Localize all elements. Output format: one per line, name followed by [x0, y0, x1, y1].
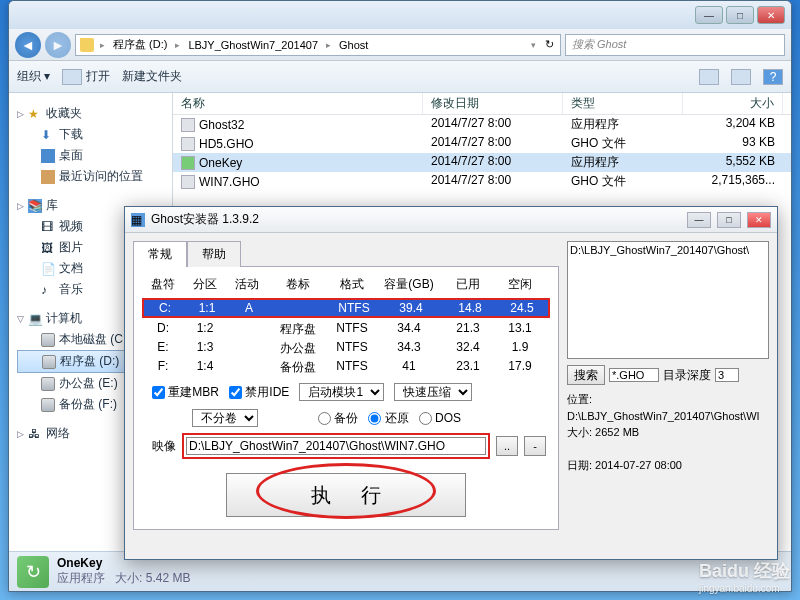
ghost-dialog: ▦ Ghost安装器 1.3.9.2 — □ ✕ 常规 帮助 盘符分区活动卷标格…: [124, 206, 778, 560]
backup-radio[interactable]: 备份: [318, 410, 358, 427]
depth-label: 目录深度: [663, 367, 711, 384]
file-big-icon: ↻: [17, 556, 49, 588]
image-label: 映像: [152, 438, 176, 455]
tab-panel: 盘符分区活动卷标格式容量(GB)已用空闲 C:1:1ANTFS39.414.82…: [133, 266, 559, 530]
path-textarea[interactable]: D:\LBJY_GhostWin7_201407\Ghost\: [567, 241, 769, 359]
maximize-button[interactable]: □: [726, 6, 754, 24]
compress-select[interactable]: 快速压缩: [394, 383, 472, 401]
disk-row-d[interactable]: D:1:2程序盘NTFS34.421.313.1: [142, 320, 550, 339]
dos-radio[interactable]: DOS: [419, 411, 461, 425]
breadcrumb[interactable]: ▸ 程序盘 (D:)▸ LBJY_GhostWin7_201407▸ Ghost…: [75, 34, 561, 56]
file-row[interactable]: WIN7.GHO2014/7/27 8:00GHO 文件2,715,365...: [173, 172, 791, 191]
preview-icon[interactable]: [731, 69, 751, 85]
explorer-titlebar: — □ ✕: [9, 1, 791, 29]
forward-button[interactable]: ►: [45, 32, 71, 58]
clear-button[interactable]: -: [524, 436, 546, 456]
explorer-nav: ◄ ► ▸ 程序盘 (D:)▸ LBJY_GhostWin7_201407▸ G…: [9, 29, 791, 61]
tab-normal[interactable]: 常规: [133, 241, 187, 267]
red-highlight-path: [182, 433, 490, 459]
file-row[interactable]: OneKey2014/7/27 8:00应用程序5,552 KB: [173, 153, 791, 172]
status-filename: OneKey: [57, 556, 102, 570]
folder-icon: [80, 38, 94, 52]
dialog-titlebar: ▦ Ghost安装器 1.3.9.2 — □ ✕: [125, 207, 777, 233]
browse-button[interactable]: ..: [496, 436, 518, 456]
file-row[interactable]: HD5.GHO2014/7/27 8:00GHO 文件93 KB: [173, 134, 791, 153]
breadcrumb-part[interactable]: Ghost: [337, 39, 370, 51]
open-button[interactable]: 打开: [62, 68, 110, 85]
mbr-checkbox[interactable]: 重建MBR: [152, 384, 219, 401]
minimize-button[interactable]: —: [695, 6, 723, 24]
split-select[interactable]: 不分卷: [192, 409, 258, 427]
view-icon[interactable]: [699, 69, 719, 85]
close-button[interactable]: ✕: [757, 6, 785, 24]
dialog-maximize-button[interactable]: □: [717, 212, 741, 228]
sidebar-item-downloads[interactable]: ⬇下载: [17, 124, 164, 145]
dialog-close-button[interactable]: ✕: [747, 212, 771, 228]
file-row[interactable]: Ghost322014/7/27 8:00应用程序3,204 KB: [173, 115, 791, 134]
disk-table: 盘符分区活动卷标格式容量(GB)已用空闲 C:1:1ANTFS39.414.82…: [142, 273, 550, 377]
boot-module-select[interactable]: 启动模块1: [299, 383, 384, 401]
file-list-header[interactable]: 名称 修改日期 类型 大小: [173, 93, 791, 115]
tab-help[interactable]: 帮助: [187, 241, 241, 267]
execute-button[interactable]: 执行: [226, 473, 466, 517]
sidebar-item-desktop[interactable]: 桌面: [17, 145, 164, 166]
ide-checkbox[interactable]: 禁用IDE: [229, 384, 289, 401]
watermark: Baidu 经验 jingyan.baidu.com: [699, 559, 790, 594]
disk-row-c[interactable]: C:1:1ANTFS39.414.824.5: [144, 300, 548, 316]
sidebar-item-recent[interactable]: 最近访问的位置: [17, 166, 164, 187]
explorer-toolbar: 组织 ▾ 打开 新建文件夹 ?: [9, 61, 791, 93]
dialog-minimize-button[interactable]: —: [687, 212, 711, 228]
red-highlight-row: C:1:1ANTFS39.414.824.5: [142, 298, 550, 318]
organize-button[interactable]: 组织 ▾: [17, 68, 50, 85]
help-icon[interactable]: ?: [763, 69, 783, 85]
info-panel: 位置: D:\LBJY_GhostWin7_201407\Ghost\WI 大小…: [567, 391, 769, 474]
newfolder-button[interactable]: 新建文件夹: [122, 68, 182, 85]
search-ext-input[interactable]: [609, 368, 659, 382]
dialog-title: Ghost安装器 1.3.9.2: [151, 211, 259, 228]
breadcrumb-part[interactable]: 程序盘 (D:): [111, 37, 169, 52]
search-button[interactable]: 搜索: [567, 365, 605, 385]
restore-radio[interactable]: 还原: [368, 410, 408, 427]
favorites-group[interactable]: ▷★收藏夹: [17, 103, 164, 124]
search-input[interactable]: 搜索 Ghost: [565, 34, 785, 56]
back-button[interactable]: ◄: [15, 32, 41, 58]
status-type: 应用程序: [57, 571, 105, 585]
breadcrumb-part[interactable]: LBJY_GhostWin7_201407: [186, 39, 320, 51]
disk-row-f[interactable]: F:1:4备份盘NTFS4123.117.9: [142, 358, 550, 377]
depth-input[interactable]: [715, 368, 739, 382]
app-icon: ▦: [131, 213, 145, 227]
disk-row-e[interactable]: E:1:3办公盘NTFS34.332.41.9: [142, 339, 550, 358]
image-path-input[interactable]: [186, 437, 486, 455]
status-size: 5.42 MB: [146, 571, 191, 585]
